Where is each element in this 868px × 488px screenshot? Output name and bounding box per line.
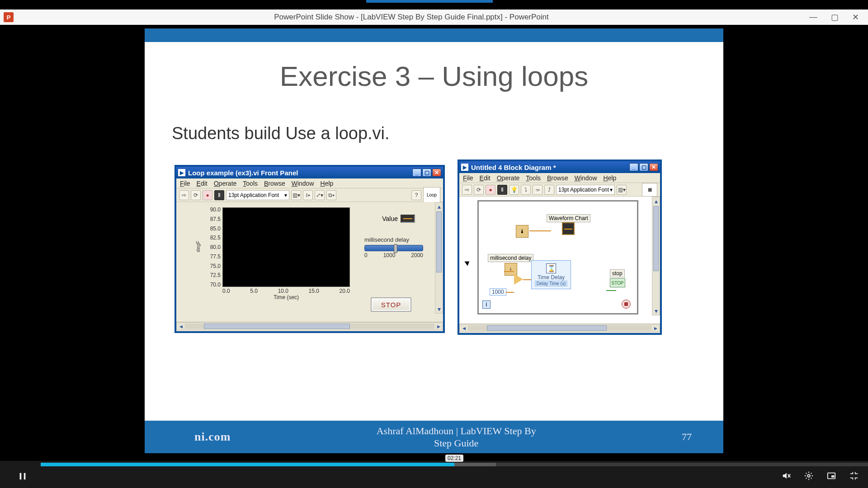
scale-tick: 1000 [383, 252, 396, 258]
font-selector[interactable]: 13pt Application Font▾ [556, 185, 615, 195]
scroll-thumb[interactable] [204, 324, 350, 329]
loop-iteration-terminal[interactable]: i [482, 300, 491, 309]
fp-vertical-scrollbar[interactable]: ▴ ▾ [435, 202, 443, 314]
fp-horizontal-scrollbar[interactable]: ◂ ▸ [176, 322, 443, 330]
powerpoint-icon: P [4, 12, 14, 22]
scroll-right-icon[interactable]: ▸ [434, 323, 443, 330]
loop-condition-terminal[interactable] [622, 300, 631, 309]
slider-thumb[interactable] [394, 244, 397, 253]
align-button[interactable]: ▥▾ [291, 190, 301, 200]
fp-menu-operate[interactable]: Operate [214, 180, 237, 187]
fp-menu-window[interactable]: Window [292, 180, 314, 187]
block-diagram-menubar[interactable]: File Edit Operate Tools Browse Window He… [459, 173, 660, 183]
scroll-left-icon[interactable]: ◂ [460, 324, 468, 332]
scroll-down-icon[interactable]: ▾ [435, 305, 443, 313]
bd-menu-operate[interactable]: Operate [497, 174, 520, 182]
abort-button[interactable]: ● [203, 190, 212, 200]
fp-menu-file[interactable]: File [180, 180, 190, 187]
stop-button[interactable]: STOP [371, 297, 411, 312]
font-selector[interactable]: 13pt Application Font▾ [226, 190, 289, 200]
step-over-button[interactable]: ⤼ [533, 185, 542, 195]
fp-maximize-button[interactable]: ▢ [422, 169, 431, 177]
ms-delay-node[interactable]: millisecond delay ⟊ [488, 254, 533, 276]
while-loop-structure[interactable]: Waveform Chart 🌡 millisecond delay ⟊ [477, 200, 638, 314]
pause-button[interactable] [14, 467, 32, 485]
settings-button[interactable] [804, 471, 814, 483]
scroll-thumb[interactable] [487, 325, 607, 331]
stop-control-node[interactable]: stop STOP [610, 269, 625, 287]
distribute-button[interactable]: ⫴▾ [303, 190, 313, 200]
bd-menu-help[interactable]: Help [604, 174, 617, 182]
ms-delay-slider[interactable] [364, 245, 423, 251]
bd-minimize-button[interactable]: _ [629, 163, 638, 171]
vi-icon-slot[interactable]: Loop [423, 187, 440, 203]
fullscreen-exit-icon [849, 471, 859, 481]
bd-menu-window[interactable]: Window [575, 174, 597, 182]
pause-icon [18, 471, 28, 481]
wire [529, 230, 551, 231]
run-continuous-button[interactable]: ⟳ [474, 185, 484, 195]
scroll-down-icon[interactable]: ▾ [652, 307, 660, 315]
align-button[interactable]: ▥▾ [617, 185, 627, 195]
resize-button[interactable]: ⤢▾ [315, 190, 325, 200]
run-continuous-button[interactable]: ⟳ [191, 190, 201, 200]
front-panel-menubar[interactable]: File Edit Operate Tools Browse Window He… [176, 178, 443, 188]
waveform-chart-node[interactable]: Waveform Chart [547, 214, 590, 236]
bd-menu-edit[interactable]: Edit [480, 174, 491, 182]
numeric-constant[interactable]: 1000 [490, 288, 506, 296]
x-tick: 10.0 [278, 288, 288, 294]
window-close-button[interactable]: ✕ [852, 12, 859, 22]
highlight-exec-button[interactable]: 💡 [509, 185, 519, 195]
step-into-button[interactable]: ⤵ [521, 185, 531, 195]
block-diagram-body[interactable]: Waveform Chart 🌡 millisecond delay ⟊ [459, 197, 660, 324]
pause-button[interactable]: Ⅱ [214, 190, 224, 200]
mute-button[interactable] [781, 471, 791, 483]
bd-menu-tools[interactable]: Tools [526, 174, 541, 182]
slideshow-stage[interactable]: Exercise 3 – Using loops Students build … [0, 25, 868, 461]
scroll-left-icon[interactable]: ◂ [177, 323, 185, 330]
gear-icon [804, 471, 814, 481]
bd-vertical-scrollbar[interactable]: ▴ ▾ [652, 197, 660, 315]
pip-button[interactable] [826, 471, 836, 483]
fp-menu-edit[interactable]: Edit [197, 180, 208, 187]
source-node[interactable]: 🌡 [516, 224, 528, 238]
fp-menu-help[interactable]: Help [321, 180, 334, 187]
scroll-up-icon[interactable]: ▴ [652, 197, 660, 205]
run-button[interactable]: ⇨ [179, 190, 189, 200]
y-tick: 80.0 [203, 244, 221, 250]
abort-button[interactable]: ● [486, 185, 495, 195]
fullscreen-button[interactable] [849, 471, 859, 483]
window-minimize-button[interactable]: ― [809, 12, 817, 22]
fp-close-button[interactable]: ✕ [432, 169, 441, 177]
scroll-right-icon[interactable]: ▸ [651, 324, 660, 332]
time-delay-node[interactable]: ⌛ Time Delay Delay Time (s) [531, 260, 571, 289]
run-button[interactable]: ⇨ [462, 185, 472, 195]
time-delay-label: Time Delay [538, 274, 565, 281]
bd-menu-file[interactable]: File [463, 174, 473, 182]
divide-node[interactable] [514, 274, 523, 286]
bd-menu-browse[interactable]: Browse [547, 174, 568, 182]
vi-icon-slot[interactable]: ▦ [642, 183, 657, 197]
scroll-thumb[interactable] [653, 206, 659, 271]
front-panel-titlebar[interactable]: ▶ Loop example (ex3).vi Front Panel _ ▢ … [176, 167, 443, 178]
reorder-button[interactable]: ⧉▾ [326, 190, 336, 200]
svg-rect-2 [831, 475, 834, 478]
y-axis-label: degF [195, 241, 201, 252]
scroll-thumb[interactable] [436, 211, 442, 272]
fp-menu-tools[interactable]: Tools [243, 180, 258, 187]
block-diagram-titlebar[interactable]: ▶ Untitled 4 Block Diagram * _ ▢ ✕ [459, 161, 660, 173]
bd-horizontal-scrollbar[interactable]: ◂ ▸ [459, 324, 660, 332]
bd-close-button[interactable]: ✕ [649, 163, 658, 171]
step-out-button[interactable]: ⤴ [544, 185, 554, 195]
bd-maximize-button[interactable]: ▢ [639, 163, 648, 171]
waveform-chart[interactable]: degF 90.0 87.5 85.0 82.5 80.0 77.5 75.0 … [196, 205, 350, 300]
fp-minimize-button[interactable]: _ [412, 169, 421, 177]
pause-button[interactable]: Ⅱ [497, 185, 507, 195]
help-button[interactable]: ? [411, 190, 421, 200]
video-progress-bar[interactable]: 02:21 [41, 463, 868, 466]
scroll-up-icon[interactable]: ▴ [435, 202, 443, 211]
window-maximize-button[interactable]: ▢ [831, 12, 839, 22]
legend-label: Value [382, 215, 398, 222]
chart-legend[interactable]: Value [382, 215, 415, 223]
fp-menu-browse[interactable]: Browse [264, 180, 285, 187]
